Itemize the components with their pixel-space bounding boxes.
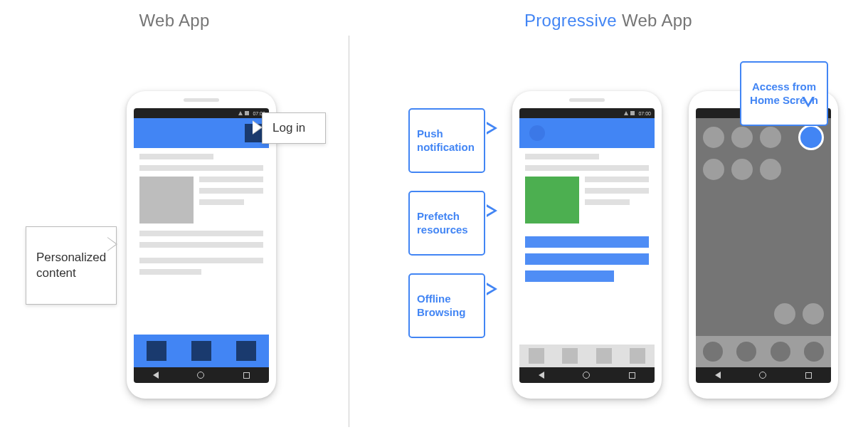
callout-push: Push notification: [408, 108, 485, 173]
text-line: [139, 231, 263, 236]
app-icon[interactable]: [731, 159, 753, 180]
home-icon[interactable]: [197, 372, 204, 379]
callout-push-text: Push notification: [417, 127, 475, 153]
nav-item[interactable]: [529, 348, 544, 364]
callout-offline-text: Offline Browsing: [417, 293, 465, 318]
callout-prefetch-text: Prefetch resources: [417, 210, 468, 236]
battery-icon: [245, 111, 249, 115]
callout-prefetch: Prefetch resources: [408, 191, 485, 256]
screen-homescreen: 07:00: [696, 108, 831, 383]
offline-cached-item[interactable]: [525, 253, 649, 265]
app-icon[interactable]: [760, 159, 781, 180]
nav-item[interactable]: [191, 341, 211, 361]
callout-offline: Offline Browsing: [408, 273, 485, 338]
right-title-highlight: Progressive: [524, 11, 617, 30]
bottom-nav: [519, 345, 655, 367]
app-icon[interactable]: [703, 159, 724, 180]
recents-icon[interactable]: [629, 372, 635, 379]
home-icon[interactable]: [759, 372, 766, 379]
text-line: [525, 165, 649, 171]
dock-app-icon[interactable]: [736, 342, 756, 362]
text-line: [139, 154, 213, 159]
dock-app-icon[interactable]: [703, 342, 723, 362]
app-bar: [519, 118, 655, 148]
nav-item[interactable]: [236, 341, 256, 361]
image-placeholder: [139, 177, 194, 224]
text-line: [139, 258, 263, 263]
dock-app-icon[interactable]: [771, 342, 790, 362]
vertical-divider: [349, 36, 349, 427]
callout-login: Log in: [262, 112, 326, 144]
callout-personalized-text: Personalized content: [36, 251, 106, 280]
app-icon[interactable]: [774, 303, 795, 325]
screen-webapp: 07:00: [134, 108, 269, 383]
text-line: [139, 165, 263, 171]
offline-cached-item[interactable]: [525, 236, 649, 248]
home-icon[interactable]: [583, 372, 590, 379]
nav-item[interactable]: [596, 348, 612, 364]
nav-item[interactable]: [630, 348, 645, 364]
back-icon[interactable]: [153, 372, 159, 379]
app-icon[interactable]: [760, 127, 781, 148]
android-statusbar: 07:00: [519, 108, 655, 118]
prefetched-image: [525, 177, 579, 224]
offline-cached-item[interactable]: [525, 270, 614, 282]
phone-webapp: 07:00: [127, 91, 276, 399]
android-navbar: [134, 367, 269, 383]
home-wallpaper: [696, 118, 831, 367]
dock-app-icon[interactable]: [804, 342, 824, 362]
content-area: [519, 148, 655, 367]
battery-icon: [630, 111, 635, 115]
statusbar-time: 07:00: [638, 111, 651, 116]
phone-homescreen: 07:00: [689, 91, 838, 399]
app-icon[interactable]: [731, 127, 753, 148]
android-statusbar: 07:00: [134, 108, 269, 118]
home-dock: [696, 336, 831, 367]
callout-homescreen: Access from Home Screen: [740, 61, 828, 126]
callout-login-text: Log in: [272, 121, 305, 135]
text-line: [139, 269, 201, 275]
left-title: Web App: [0, 0, 349, 31]
text-block: [585, 177, 649, 224]
android-navbar: [519, 367, 655, 383]
recents-icon[interactable]: [243, 372, 250, 379]
right-title: Progressive Web App: [349, 0, 868, 31]
recents-icon[interactable]: [805, 372, 812, 379]
text-block: [199, 177, 263, 224]
callout-personalized: Personalized content: [26, 226, 117, 305]
bottom-nav: [134, 335, 269, 367]
nav-item[interactable]: [147, 341, 166, 361]
text-line: [139, 242, 263, 248]
nav-item[interactable]: [562, 348, 578, 364]
app-icon[interactable]: [703, 127, 724, 148]
back-icon[interactable]: [715, 372, 721, 379]
push-notification-indicator[interactable]: [529, 125, 545, 141]
app-bar: [134, 118, 269, 148]
signal-icon: [624, 111, 628, 115]
pwa-home-icon[interactable]: [798, 125, 824, 150]
phone-pwa: 07:00: [512, 91, 662, 399]
right-title-rest: Web App: [617, 11, 692, 30]
text-line: [525, 154, 599, 159]
app-icon[interactable]: [803, 303, 824, 325]
back-icon[interactable]: [539, 372, 544, 379]
android-navbar: [696, 367, 831, 383]
screen-pwa: 07:00: [519, 108, 655, 383]
signal-icon: [238, 111, 243, 115]
